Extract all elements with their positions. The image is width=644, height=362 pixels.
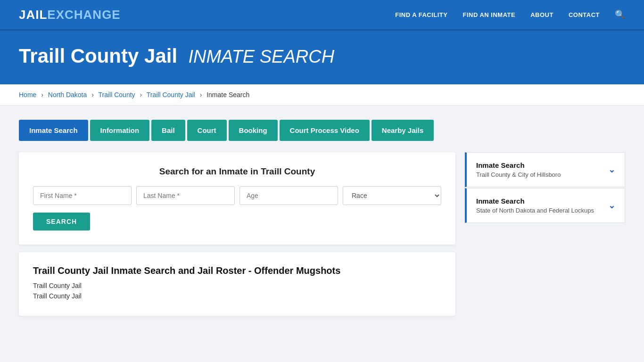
right-panel: Inmate Search Traill County & City of Hi… — [465, 152, 625, 224]
main-content: Inmate Search Information Bail Court Boo… — [0, 106, 644, 330]
tab-inmate-search[interactable]: Inmate Search — [19, 120, 88, 141]
sidebar-card-nd-text: Inmate Search State of North Dakota and … — [476, 197, 594, 214]
sidebar-nd-title: Inmate Search — [476, 197, 594, 205]
info-card-title: Traill County Jail Inmate Search and Jai… — [33, 265, 441, 276]
logo-part2: EXCHANGE — [47, 8, 120, 22]
breadcrumb-sep-4: › — [200, 91, 202, 99]
breadcrumb-nd[interactable]: North Dakota — [48, 91, 87, 99]
info-card: Traill County Jail Inmate Search and Jai… — [19, 252, 455, 316]
sidebar-nd-subtitle: State of North Dakota and Federal Lockup… — [476, 207, 594, 214]
page-title: Traill County Jail INMATE SEARCH — [19, 45, 625, 67]
race-select[interactable]: Race White Black Hispanic Asian Other — [343, 186, 441, 205]
breadcrumb: Home › North Dakota › Traill County › Tr… — [0, 84, 644, 106]
nav-about[interactable]: ABOUT — [530, 11, 553, 18]
page-title-italic: INMATE SEARCH — [188, 47, 334, 66]
navbar: JAILEXCHANGE FIND A FACILITY FIND AN INM… — [0, 0, 644, 31]
breadcrumb-current: Inmate Search — [206, 91, 249, 99]
tab-bar: Inmate Search Information Bail Court Boo… — [19, 120, 625, 141]
age-input[interactable] — [239, 186, 338, 205]
last-name-input[interactable] — [136, 186, 235, 205]
logo-part1: JAIL — [19, 8, 47, 22]
info-line-1: Traill County Jail — [33, 282, 441, 289]
tab-information[interactable]: Information — [90, 120, 150, 141]
chevron-down-icon: ⌄ — [608, 165, 615, 175]
sidebar-card-nd[interactable]: Inmate Search State of North Dakota and … — [465, 188, 625, 223]
search-card: Search for an Inmate in Traill County Ra… — [19, 152, 455, 245]
breadcrumb-sep-1: › — [41, 91, 43, 99]
first-name-input[interactable] — [33, 186, 132, 205]
chevron-down-icon-2: ⌄ — [608, 200, 615, 211]
search-card-title: Search for an Inmate in Traill County — [33, 166, 441, 177]
sidebar-card-traill[interactable]: Inmate Search Traill County & City of Hi… — [465, 152, 625, 187]
content-area: Search for an Inmate in Traill County Ra… — [19, 152, 625, 316]
breadcrumb-home[interactable]: Home — [19, 91, 36, 99]
search-icon[interactable]: 🔍 — [615, 9, 625, 20]
page-title-main: Traill County Jail — [19, 45, 177, 67]
breadcrumb-traill-jail[interactable]: Traill County Jail — [147, 91, 195, 99]
nav-find-inmate[interactable]: FIND AN INMATE — [462, 11, 515, 18]
search-fields: Race White Black Hispanic Asian Other — [33, 186, 441, 205]
nav-find-facility[interactable]: FIND A FACILITY — [395, 11, 447, 18]
breadcrumb-sep-2: › — [91, 91, 94, 99]
left-panel: Search for an Inmate in Traill County Ra… — [19, 152, 455, 316]
site-logo[interactable]: JAILEXCHANGE — [19, 8, 121, 22]
nav-contact[interactable]: CONTACT — [569, 11, 600, 18]
sidebar-traill-subtitle: Traill County & City of Hillsboro — [476, 171, 561, 178]
search-button[interactable]: SEARCH — [33, 213, 90, 230]
breadcrumb-traill-county[interactable]: Traill County — [99, 91, 135, 99]
sidebar-traill-title: Inmate Search — [476, 161, 561, 169]
breadcrumb-sep-3: › — [140, 91, 142, 99]
tab-court[interactable]: Court — [187, 120, 227, 141]
hero-section: Traill County Jail INMATE SEARCH — [0, 31, 644, 84]
info-line-2: Traill County Jail — [33, 292, 441, 300]
tab-court-process-video[interactable]: Court Process Video — [280, 120, 370, 141]
tab-bail[interactable]: Bail — [151, 120, 185, 141]
sidebar-card-traill-text: Inmate Search Traill County & City of Hi… — [476, 161, 561, 178]
tab-booking[interactable]: Booking — [229, 120, 278, 141]
nav-links: FIND A FACILITY FIND AN INMATE ABOUT CON… — [395, 9, 625, 20]
tab-nearby-jails[interactable]: Nearby Jails — [372, 120, 434, 141]
